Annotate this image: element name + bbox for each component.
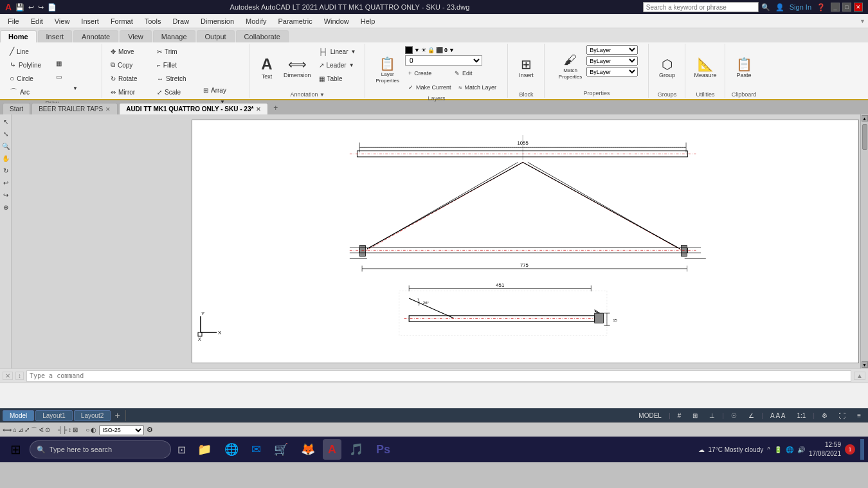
cmdline-close-button[interactable]: ✕ bbox=[3, 372, 13, 380]
show-desktop-button[interactable] bbox=[860, 439, 864, 460]
quick-undo[interactable]: ↩ bbox=[28, 3, 34, 12]
arc-button[interactable]: ⌒ Arc bbox=[6, 86, 51, 98]
tab-manage[interactable]: Manage bbox=[153, 30, 195, 42]
copy-button[interactable]: ⧉ Copy bbox=[107, 59, 152, 71]
polar-button[interactable]: ∠ bbox=[744, 411, 759, 420]
fullscreen-button[interactable]: ⛶ bbox=[835, 411, 850, 420]
lt-stretch[interactable]: ⤡ bbox=[0, 128, 12, 140]
menu-help[interactable]: Help bbox=[356, 16, 381, 26]
search-icon[interactable]: 🔍 bbox=[761, 3, 770, 12]
insert-button[interactable]: ⊞ Insert bbox=[514, 45, 539, 90]
linetype-dropdown[interactable]: ByLayer bbox=[586, 45, 638, 55]
drawing-settings[interactable]: ≡ bbox=[853, 411, 865, 420]
close-beer-trailer-tab[interactable]: ✕ bbox=[105, 106, 111, 113]
scroll-down-button[interactable]: ▼ bbox=[862, 361, 868, 368]
menu-parametric[interactable]: Parametric bbox=[273, 16, 317, 26]
lt-select[interactable]: ↖ bbox=[0, 116, 12, 127]
add-tab-button[interactable]: + bbox=[269, 102, 282, 114]
paste-button[interactable]: 📋 Paste bbox=[732, 45, 756, 90]
scroll-up-button[interactable]: ▲ bbox=[862, 115, 868, 122]
ortho-button[interactable]: ⊥ bbox=[705, 411, 719, 420]
lt-orbit[interactable]: ↻ bbox=[0, 165, 12, 176]
quick-redo[interactable]: ↪ bbox=[38, 3, 44, 12]
workspace-settings[interactable]: ⚙ bbox=[817, 411, 832, 420]
transparency-dropdown[interactable]: ByLayer bbox=[586, 67, 638, 77]
snap-button[interactable]: ⊞ bbox=[688, 411, 702, 420]
lt-pan[interactable]: ✋ bbox=[0, 152, 12, 164]
taskbar-firefox[interactable]: 🦊 bbox=[296, 439, 320, 460]
measure-button[interactable]: 📐 Measure bbox=[691, 45, 720, 90]
show-hidden-icon[interactable]: ^ bbox=[767, 446, 770, 453]
taskbar-mail[interactable]: ✉ bbox=[246, 439, 266, 460]
line-button[interactable]: ╱ Line bbox=[6, 45, 51, 58]
fillet-button[interactable]: ⌐ Fillet bbox=[154, 59, 199, 71]
cmdline-expand-button[interactable]: ▲ bbox=[854, 372, 865, 380]
tab-collaborate[interactable]: Collaborate bbox=[236, 30, 289, 42]
viewport[interactable]: 1055 bbox=[12, 114, 868, 368]
match-layer-button[interactable]: ≈ Match Layer bbox=[456, 81, 501, 94]
tab-view[interactable]: View bbox=[120, 30, 152, 42]
close-audi-tab[interactable]: ✕ bbox=[256, 106, 261, 113]
menu-draw[interactable]: Draw bbox=[167, 16, 194, 26]
draw-more[interactable]: ▼ bbox=[53, 84, 98, 93]
menu-insert[interactable]: Insert bbox=[76, 16, 104, 26]
quick-save[interactable]: 💾 bbox=[15, 3, 24, 12]
circle-button[interactable]: ○ Circle bbox=[6, 72, 51, 85]
layer-properties-button[interactable]: 📋 LayerProperties bbox=[373, 49, 402, 91]
lt-object-snap[interactable]: ⊕ bbox=[0, 201, 12, 213]
menu-dimension[interactable]: Dimension bbox=[195, 16, 239, 26]
group-button[interactable]: ⬡ Group bbox=[655, 45, 680, 90]
layout-layout1-tab[interactable]: Layout1 bbox=[35, 410, 73, 421]
scroll-thumb[interactable] bbox=[862, 124, 867, 150]
lt-undo[interactable]: ↩ bbox=[0, 177, 12, 188]
layout-layout2-tab[interactable]: Layout2 bbox=[74, 410, 111, 421]
minimize-button[interactable]: _ bbox=[831, 3, 840, 12]
doc-tab-start[interactable]: Start bbox=[3, 103, 30, 114]
menu-edit[interactable]: Edit bbox=[26, 16, 48, 26]
mirror-button[interactable]: ⇔ Mirror bbox=[107, 86, 152, 98]
scale-button[interactable]: ⤢ Scale bbox=[154, 86, 199, 98]
tab-annotate[interactable]: Annotate bbox=[73, 30, 118, 42]
tab-insert[interactable]: Insert bbox=[38, 30, 73, 42]
taskbar-autocad[interactable]: A bbox=[323, 439, 341, 460]
annotation-scale[interactable]: A A A bbox=[766, 411, 790, 420]
taskbar-file-explorer[interactable]: 📁 bbox=[192, 439, 217, 460]
layout-model-tab[interactable]: Model bbox=[3, 410, 34, 421]
grid-button[interactable]: # bbox=[673, 411, 686, 420]
menu-view[interactable]: View bbox=[50, 16, 75, 26]
taskbar-photoshop[interactable]: Ps bbox=[371, 439, 395, 460]
help-icon[interactable]: ❓ bbox=[817, 3, 826, 12]
move-button[interactable]: ✥ Move bbox=[107, 45, 152, 58]
cmdline-history-button[interactable]: ↕ bbox=[15, 372, 24, 380]
scale-button[interactable]: 1:1 bbox=[792, 411, 810, 420]
quick-new[interactable]: 📄 bbox=[48, 3, 57, 12]
match-properties-button[interactable]: 🖌 MatchProperties bbox=[556, 45, 585, 87]
lineweight-dropdown[interactable]: ByLayer bbox=[586, 56, 638, 66]
menu-window[interactable]: Window bbox=[319, 16, 354, 26]
menu-file[interactable]: File bbox=[3, 16, 24, 26]
annotation-settings-icon[interactable]: ⚙ bbox=[147, 426, 153, 434]
table-button[interactable]: ▦ Table bbox=[316, 72, 361, 85]
command-input[interactable] bbox=[26, 370, 851, 382]
taskbar-store[interactable]: 🛒 bbox=[269, 439, 293, 460]
menu-modify[interactable]: Modify bbox=[240, 16, 271, 26]
taskbar-music[interactable]: 🎵 bbox=[344, 439, 368, 460]
sign-in-button[interactable]: Sign In bbox=[790, 3, 811, 11]
make-current-button[interactable]: ✓ Make Current bbox=[405, 81, 455, 94]
rotate-button[interactable]: ↻ Rotate bbox=[107, 72, 152, 85]
lt-redo[interactable]: ↪ bbox=[0, 189, 12, 201]
lt-zoom[interactable]: 🔍 bbox=[0, 140, 12, 152]
doc-tab-audi[interactable]: AUDI TT MK1 QUATTRO ONLY - SKU - 23* ✕ bbox=[119, 103, 268, 114]
menu-format[interactable]: Format bbox=[105, 16, 138, 26]
search-input[interactable] bbox=[643, 2, 759, 12]
annotation-style-dropdown[interactable]: ISO-25 bbox=[99, 425, 144, 435]
model-status-button[interactable]: MODEL bbox=[634, 411, 666, 420]
start-button[interactable]: ⊞ bbox=[4, 438, 27, 461]
vertical-scrollbar[interactable]: ▲ ▼ bbox=[860, 114, 868, 368]
add-layout-button[interactable]: + bbox=[112, 410, 122, 420]
windows-search-bar[interactable]: 🔍 Type here to search bbox=[30, 440, 171, 458]
stretch-button[interactable]: ↔ Stretch bbox=[154, 72, 199, 85]
taskbar-chrome[interactable]: 🌐 bbox=[219, 439, 244, 460]
restore-button[interactable]: □ bbox=[842, 3, 851, 12]
trim-button[interactable]: ✂ Trim bbox=[154, 45, 199, 58]
